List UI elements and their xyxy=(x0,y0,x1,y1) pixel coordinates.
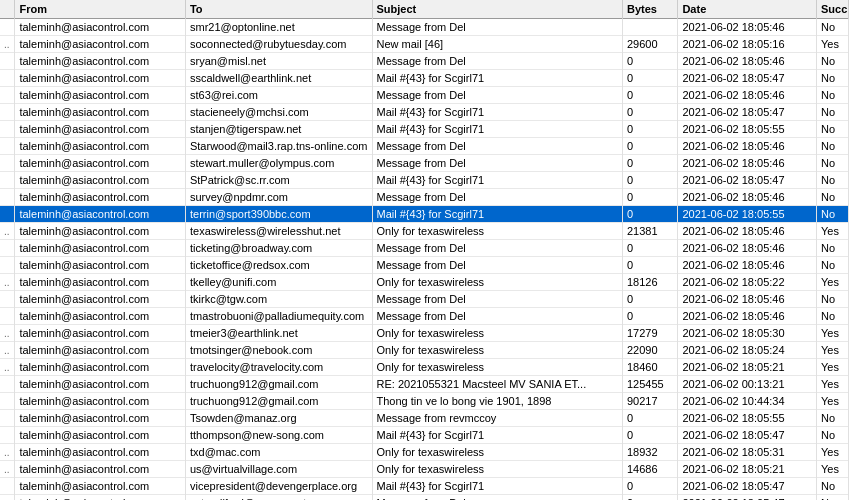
header-date[interactable]: Date xyxy=(678,0,817,19)
table-row[interactable]: taleminh@asiacontrol.comstacieneely@mchs… xyxy=(0,104,849,121)
header-succ[interactable]: Succ xyxy=(816,0,848,19)
table-row[interactable]: taleminh@asiacontrol.comsscaldwell@earth… xyxy=(0,70,849,87)
table-row[interactable]: taleminh@asiacontrol.comsurvey@npdmr.com… xyxy=(0,189,849,206)
table-row[interactable]: ..taleminh@asiacontrol.comus@virtualvill… xyxy=(0,461,849,478)
header-dots xyxy=(0,0,15,19)
table-row[interactable]: taleminh@asiacontrol.comtthompson@new-so… xyxy=(0,427,849,444)
table-row[interactable]: ..taleminh@asiacontrol.comtravelocity@tr… xyxy=(0,359,849,376)
table-row[interactable]: taleminh@asiacontrol.comst63@rei.comMess… xyxy=(0,87,849,104)
header-bytes[interactable]: Bytes xyxy=(622,0,677,19)
header-from[interactable]: From xyxy=(15,0,186,19)
table-row[interactable]: taleminh@asiacontrol.comStarwood@mail3.r… xyxy=(0,138,849,155)
table-row[interactable]: taleminh@asiacontrol.comsmr21@optonline.… xyxy=(0,19,849,36)
table-row[interactable]: ..taleminh@asiacontrol.comtkelley@unifi.… xyxy=(0,274,849,291)
table-row[interactable]: taleminh@asiacontrol.comtmastrobuoni@pal… xyxy=(0,308,849,325)
table-row[interactable]: ..taleminh@asiacontrol.comtxd@mac.comOnl… xyxy=(0,444,849,461)
table-row[interactable]: taleminh@asiacontrol.comtruchuong912@gma… xyxy=(0,376,849,393)
table-row[interactable]: taleminh@asiacontrol.comStPatrick@sc.rr.… xyxy=(0,172,849,189)
table-row[interactable]: taleminh@asiacontrol.comstanjen@tigerspa… xyxy=(0,121,849,138)
table-row[interactable]: ..taleminh@asiacontrol.comtmotsinger@neb… xyxy=(0,342,849,359)
table-row[interactable]: taleminh@asiacontrol.comvicepresident@de… xyxy=(0,478,849,495)
table-row[interactable]: taleminh@asiacontrol.comstewart.muller@o… xyxy=(0,155,849,172)
header-subject[interactable]: Subject xyxy=(372,0,622,19)
table-row[interactable]: ..taleminh@asiacontrol.comtexaswireless@… xyxy=(0,223,849,240)
table-row[interactable]: taleminh@asiacontrol.comtkirkc@tgw.comMe… xyxy=(0,291,849,308)
table-row[interactable]: taleminh@asiacontrol.comterrin@sport390b… xyxy=(0,206,849,223)
table-row[interactable]: ..taleminh@asiacontrol.comtmeier3@earthl… xyxy=(0,325,849,342)
table-row[interactable]: taleminh@asiacontrol.comticketing@broadw… xyxy=(0,240,849,257)
table-row[interactable]: taleminh@asiacontrol.comTsowden@manaz.or… xyxy=(0,410,849,427)
header-to[interactable]: To xyxy=(185,0,372,19)
table-row[interactable]: taleminh@asiacontrol.comvstandiford@masn… xyxy=(0,495,849,501)
table-row[interactable]: ..taleminh@asiacontrol.comsoconnected@ru… xyxy=(0,36,849,53)
table-row[interactable]: taleminh@asiacontrol.comticketoffice@red… xyxy=(0,257,849,274)
table-row[interactable]: taleminh@asiacontrol.comtruchuong912@gma… xyxy=(0,393,849,410)
table-row[interactable]: taleminh@asiacontrol.comsryan@misl.netMe… xyxy=(0,53,849,70)
